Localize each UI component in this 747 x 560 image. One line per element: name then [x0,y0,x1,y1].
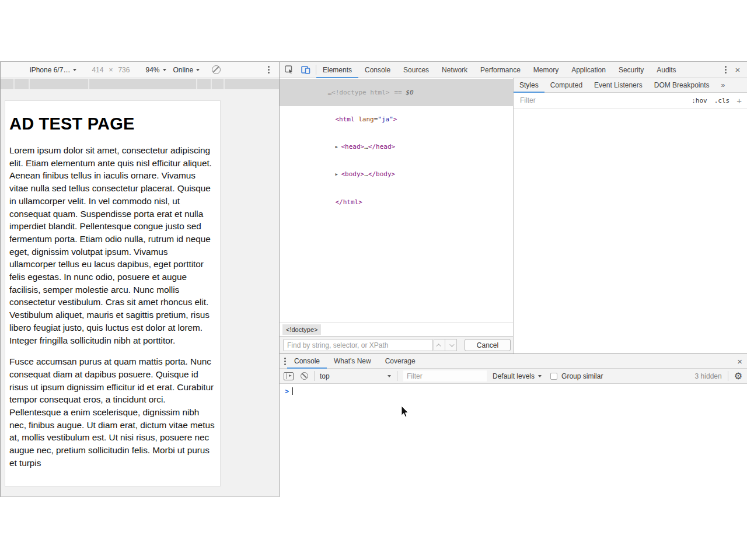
new-style-rule-icon[interactable]: + [736,96,742,106]
rotate-device-icon[interactable] [212,65,221,74]
console-messages-area[interactable]: > [280,384,747,497]
toggle-class-button[interactable]: .cls [714,97,730,104]
tab-sources[interactable]: Sources [397,62,435,78]
dimension-separator: × [109,66,113,74]
find-nav-buttons [434,339,457,351]
elements-panel: …<!doctype html>== $0 <html lang="ja"> ▶… [280,78,513,354]
dollar-zero-hint: == $0 [394,89,413,96]
device-toolbar-more-icon[interactable] [268,66,270,74]
throttling-select[interactable]: Online [173,66,200,74]
tab-elements[interactable]: Elements [316,62,358,78]
execution-context-select[interactable]: top [320,372,391,380]
inspect-element-icon[interactable] [285,65,294,74]
dom-node-html-close[interactable]: </html> [280,188,513,216]
clear-console-icon[interactable] [301,372,308,380]
drawer-tab-coverage[interactable]: Coverage [378,354,423,369]
console-drawer: Console What's New Coverage × top [280,354,747,497]
screenshot-root: iPhone 6/7… 414 × 736 94% Online [0,0,747,560]
throttling-select-label: Online [173,66,194,74]
expand-arrow-icon[interactable]: ▶ [335,170,341,180]
console-prompt-chevron: > [285,387,289,396]
find-previous-icon[interactable] [434,339,445,351]
toolbar-divider [397,371,397,381]
console-settings-gear-icon[interactable]: ⚙ [734,372,742,381]
tab-computed[interactable]: Computed [544,78,588,93]
page-title: AD TEST PAGE [9,114,216,134]
chevron-down-icon [163,69,166,71]
zoom-select-label: 94% [145,66,159,74]
tab-dom-breakpoints[interactable]: DOM Breakpoints [648,78,715,93]
drawer-tab-whats-new[interactable]: What's New [327,354,378,369]
chevron-down-icon [196,69,200,71]
styles-sidebar-tabbar: Styles Computed Event Listeners DOM Brea… [514,78,747,93]
log-levels-label: Default levels [493,372,535,380]
devtools-more-icon[interactable] [725,66,727,74]
toolbar-divider [728,371,728,381]
log-levels-select[interactable]: Default levels [493,372,542,380]
zoom-select[interactable]: 94% [145,66,166,74]
devtools-main-tabbar: Elements Console Sources Network Perform… [280,62,747,78]
styles-filter-input[interactable] [514,96,685,104]
group-similar-checkbox[interactable] [550,373,557,380]
device-emulation-panel: iPhone 6/7… 414 × 736 94% Online [0,62,279,497]
dom-tree: …<!doctype html>== $0 <html lang="ja"> ▶… [280,79,513,323]
tab-styles[interactable]: Styles [514,78,544,93]
viewport-height-field[interactable]: 736 [118,66,130,74]
dom-node-html-open[interactable]: <html lang="ja"> [280,106,513,134]
device-select-label: iPhone 6/7… [30,66,70,74]
toggle-hover-state-button[interactable]: :hov [692,97,707,104]
expand-arrow-icon[interactable]: ▶ [335,143,341,152]
tab-security[interactable]: Security [612,62,650,78]
tab-audits[interactable]: Audits [650,62,682,78]
device-select[interactable]: iPhone 6/7… [30,66,76,74]
device-ruler-strip [1,79,279,89]
execution-context-label: top [320,372,330,380]
tab-network[interactable]: Network [435,62,474,78]
styles-filter-row: :hov .cls + [514,93,747,108]
find-input[interactable] [283,339,433,351]
browser-window: iPhone 6/7… 414 × 736 94% Online [0,61,747,496]
tab-performance[interactable]: Performance [474,62,527,78]
find-next-icon[interactable] [445,339,457,351]
devtools-close-icon[interactable]: × [734,65,742,75]
toolbar-divider [314,371,315,381]
console-filter-input[interactable] [403,370,487,382]
page-paragraph: Fusce accumsan purus at quam mattis port… [9,355,216,469]
chevron-down-icon [388,375,391,377]
drawer-tabbar: Console What's New Coverage × [280,354,747,369]
device-toolbar: iPhone 6/7… 414 × 736 94% Online [1,62,279,78]
tab-application[interactable]: Application [565,62,612,78]
dom-breadcrumb-bar: <!doctype> [280,323,513,336]
dom-node-doctype[interactable]: …<!doctype html>== $0 [280,79,513,106]
chevron-down-icon [538,375,542,377]
drawer-tab-console[interactable]: Console [287,354,327,369]
styles-sidebar: Styles Computed Event Listeners DOM Brea… [513,78,747,354]
console-toolbar: top Default levels Group similar 3 hidde… [280,369,747,384]
dom-node-head[interactable]: ▶<head>…</head> [280,133,513,161]
devtools-panel: Elements Console Sources Network Perform… [279,62,747,497]
tab-memory[interactable]: Memory [527,62,565,78]
elements-find-bar: Cancel [280,336,513,354]
mouse-cursor [401,406,409,420]
console-sidebar-toggle-icon[interactable] [284,372,294,380]
emulated-page-viewport: AD TEST PAGE Lorem ipsum dolor sit amet,… [1,89,279,496]
breadcrumb-doctype[interactable]: <!doctype> [282,324,321,335]
find-cancel-button[interactable]: Cancel [465,339,511,351]
console-prompt-row[interactable]: > [280,384,747,397]
text-caret [292,387,293,395]
sidebar-more-tabs-icon[interactable]: » [715,78,731,93]
toggle-device-toolbar-icon[interactable] [301,66,310,74]
tab-console[interactable]: Console [358,62,397,78]
drawer-close-icon[interactable]: × [737,356,742,366]
page-content-card: AD TEST PAGE Lorem ipsum dolor sit amet,… [5,100,221,487]
chevron-down-icon [73,69,76,71]
page-paragraph: Lorem ipsum dolor sit amet, consectetur … [9,144,216,346]
hidden-messages-count: 3 hidden [695,372,722,380]
dom-node-body[interactable]: ▶<body>…</body> [280,161,513,189]
tab-event-listeners[interactable]: Event Listeners [588,78,648,93]
drawer-menu-icon[interactable] [284,358,286,365]
viewport-width-field[interactable]: 414 [92,66,103,74]
group-similar-label: Group similar [561,372,603,380]
